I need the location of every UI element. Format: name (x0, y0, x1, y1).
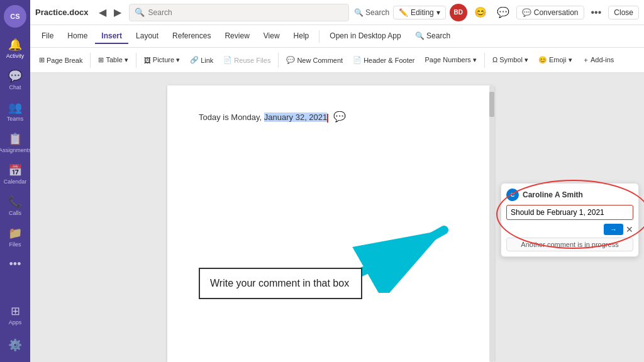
tab-view[interactable]: View (257, 29, 286, 44)
assignments-icon: 📋 (8, 132, 22, 146)
search-bar[interactable]: 🔍 (129, 4, 349, 21)
tab-search[interactable]: 🔍 Search (409, 29, 457, 44)
reactions-icon: 😊 (474, 7, 487, 18)
toolbar-sep-2 (136, 53, 136, 68)
tab-layout-label: Layout (136, 31, 158, 40)
symbol-button[interactable]: Ω Symbol ▾ (489, 53, 532, 67)
topbar-right: 🔍 Search ✏️ Editing ▾ BD 😊 💬 💬 Conversat… (354, 4, 639, 21)
tab-home[interactable]: Home (61, 29, 94, 44)
ribbon-toolbar: ⊞ Page Break ⊞ Table ▾ 🖼 Picture ▾ 🔗 Lin… (30, 48, 644, 73)
header-footer-button[interactable]: 📄 Header & Footer (349, 53, 418, 67)
tab-file[interactable]: File (35, 29, 60, 44)
sidebar-item-label: Chat (9, 84, 21, 90)
new-comment-icon: 💬 (286, 56, 295, 64)
emoji-label: 😊 Emoji ▾ (538, 56, 572, 64)
editing-icon: ✏️ (399, 8, 408, 17)
document-page: Today is Monday, January 32, 2021 💬 C Ca… (167, 85, 494, 362)
tab-help[interactable]: Help (287, 29, 316, 44)
sidebar-item-label: Calls (9, 210, 21, 216)
page-numbers-button[interactable]: Page Numbers ▾ (421, 53, 480, 67)
tab-references[interactable]: References (166, 29, 217, 44)
tab-insert-label: Insert (101, 31, 122, 40)
avatar-initials: CS (10, 13, 19, 20)
comment-anchor-icon[interactable]: 💬 (333, 111, 346, 122)
sidebar-item-files[interactable]: 📁 Files (0, 221, 30, 253)
table-label: Table ▾ (106, 56, 128, 64)
calendar-icon: 📅 (8, 163, 22, 177)
text-highlighted: January 32, 2021 (264, 112, 327, 122)
sidebar-item-label: Teams (7, 116, 24, 122)
document-area: Today is Monday, January 32, 2021 💬 C Ca… (30, 73, 644, 362)
search-label[interactable]: 🔍 Search (354, 8, 389, 17)
reuse-files-label: Reuse Files (234, 57, 270, 64)
sidebar-item-calendar[interactable]: 📅 Calendar (0, 158, 30, 190)
back-button[interactable]: ◀ (96, 5, 109, 19)
sidebar-item-calls[interactable]: 📞 Calls (0, 190, 30, 221)
reactions-button[interactable]: 😊 (471, 5, 490, 19)
sidebar-item-assignments[interactable]: 📋 Assignments (0, 127, 30, 158)
comment-user: C Caroline A Smith (506, 189, 633, 201)
toolbar-sep-1 (90, 53, 91, 68)
conversation-button[interactable]: 💬 Conversation (516, 6, 584, 19)
tab-open-desktop[interactable]: Open in Desktop App (323, 29, 407, 44)
close-button[interactable]: Close (608, 6, 639, 19)
link-icon: 🔗 (190, 56, 199, 64)
sidebar-item-teams[interactable]: 👥 Teams (0, 96, 30, 127)
avatar[interactable]: CS (4, 5, 26, 28)
scrollbar-thumb[interactable] (489, 92, 494, 117)
sidebar-item-chat[interactable]: 💬 Chat (0, 64, 30, 96)
sidebar-item-settings[interactable]: ⚙️ (0, 333, 30, 357)
reuse-files-icon: 📄 (223, 56, 232, 64)
user-initials: BD (454, 9, 463, 16)
comment-send-button[interactable]: → (604, 224, 623, 235)
sidebar-item-more[interactable]: ••• (0, 253, 30, 276)
tab-view-label: View (264, 31, 280, 40)
editing-button[interactable]: ✏️ Editing ▾ (393, 6, 446, 19)
reuse-files-button[interactable]: 📄 Reuse Files (219, 53, 274, 67)
tab-review[interactable]: Review (218, 29, 255, 44)
add-ins-button[interactable]: ＋ Add-ins (579, 53, 618, 67)
main-area: Practice.docx ◀ ▶ 🔍 🔍 Search ✏️ Editing … (30, 0, 644, 362)
tab-open-desktop-label: Open in Desktop App (330, 31, 401, 40)
picture-button[interactable]: 🖼 Picture ▾ (140, 53, 184, 67)
sidebar-item-apps[interactable]: ⊞ Apps (0, 299, 30, 331)
scrollbar-track[interactable] (489, 85, 494, 362)
cancel-icon: ✕ (626, 224, 633, 234)
user-avatar-button[interactable]: BD (450, 4, 467, 21)
comment-cancel-button[interactable]: ✕ (626, 224, 633, 234)
activity-icon: 🔔 (8, 38, 22, 52)
emoji-button[interactable]: 😊 Emoji ▾ (535, 53, 576, 67)
search-input[interactable] (148, 8, 343, 17)
forward-button[interactable]: ▶ (111, 5, 124, 19)
topbar: Practice.docx ◀ ▶ 🔍 🔍 Search ✏️ Editing … (30, 0, 644, 25)
annotation-text: Write your comment in that box (210, 278, 349, 288)
document-text: Today is Monday, January 32, 2021 💬 (199, 111, 463, 123)
sidebar-item-label: Apps (9, 319, 22, 326)
toolbar-sep-4 (484, 53, 485, 68)
nav-buttons: ◀ ▶ (96, 5, 124, 19)
table-button[interactable]: ⊞ Table ▾ (94, 53, 131, 67)
comment-progress-text: Another comment is in progress (521, 241, 618, 248)
tab-file-label: File (42, 31, 53, 40)
more-options-button[interactable]: ••• (588, 6, 605, 19)
more-icon: ••• (591, 7, 602, 18)
picture-icon: 🖼 (144, 57, 151, 64)
comments-button[interactable]: 💬 (494, 5, 513, 19)
comment-input[interactable] (506, 205, 633, 220)
conversation-label: Conversation (534, 8, 579, 17)
tab-layout[interactable]: Layout (130, 29, 165, 44)
document-title: Practice.docx (35, 8, 89, 17)
tab-home-label: Home (67, 31, 87, 40)
sidebar-item-activity[interactable]: 🔔 Activity (0, 33, 30, 64)
page-numbers-label: Page Numbers ▾ (425, 56, 476, 64)
new-comment-button[interactable]: 💬 New Comment (282, 53, 347, 67)
add-ins-label: ＋ Add-ins (582, 55, 614, 65)
comment-user-name: Caroline A Smith (523, 190, 583, 199)
link-button[interactable]: 🔗 Link (186, 53, 217, 67)
sidebar-item-label: Activity (6, 53, 25, 59)
tab-insert[interactable]: Insert (95, 29, 128, 44)
new-comment-label: New Comment (297, 57, 343, 64)
page-break-button[interactable]: ⊞ Page Break (35, 53, 86, 67)
ribbon-separator (319, 30, 319, 43)
text-before: Today is Monday, (199, 112, 264, 122)
